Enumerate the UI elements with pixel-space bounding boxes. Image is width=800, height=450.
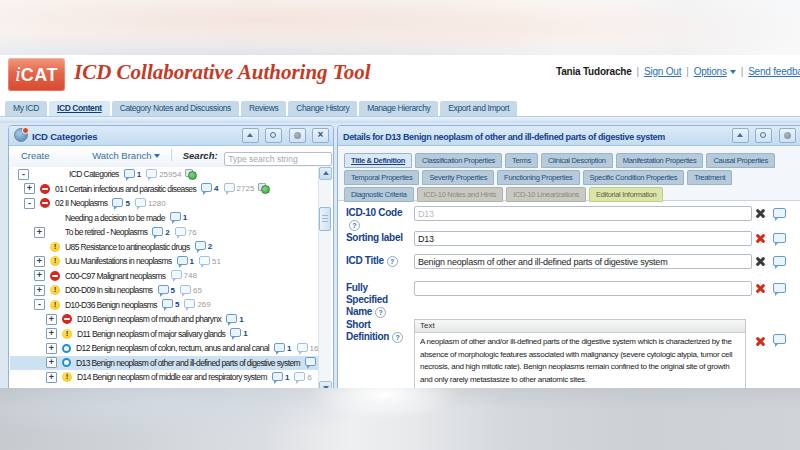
comments-icon[interactable]	[124, 169, 135, 178]
create-button[interactable]: Create	[21, 150, 50, 161]
comments-icon[interactable]	[170, 212, 181, 221]
nav-tab-manage-hierarchy[interactable]: Manage Hierarchy	[359, 101, 438, 116]
tree-item-c00-c97-malignant-neoplasms[interactable]: +C00-C97 Malignant neoplasms748	[10, 269, 331, 284]
comments-icon[interactable]	[274, 343, 285, 352]
comments-total-icon[interactable]	[146, 169, 157, 178]
tree-item-needing-a-decision-to-be-made[interactable]: Needing a decision to be made1	[10, 211, 331, 226]
collapse-icon[interactable]: -	[34, 299, 45, 310]
tree-item-to-be-retired-neoplasms[interactable]: +To be retired - Neoplasms276	[10, 225, 331, 240]
expand-icon[interactable]: +	[46, 372, 57, 383]
tree-item-d00-d09-in-situ-neoplasms[interactable]: +!D00-D09 In situ neoplasms565	[10, 283, 331, 298]
tree-item-icd-categories[interactable]: -ICD Categories125954	[10, 167, 331, 182]
expand-icon[interactable]: +	[46, 328, 57, 339]
details-tab-treatment[interactable]: Treatment	[687, 170, 732, 185]
help-icon[interactable]: ?	[387, 256, 398, 267]
field-comments-icon[interactable]	[773, 208, 786, 218]
comments-total-icon[interactable]	[184, 299, 195, 308]
comments-total-icon[interactable]	[135, 198, 146, 207]
tree-item-02-ii-neoplasms[interactable]: -02 II Neoplasms51280	[10, 196, 331, 211]
tree-item-d11-benign-neoplasm-of-major-salivary-glan[interactable]: +!D11 Benign neoplasm of major salivary …	[10, 327, 331, 342]
comments-total-icon[interactable]	[199, 256, 210, 265]
comments-icon[interactable]	[230, 328, 241, 337]
field-comments-icon[interactable]	[773, 334, 786, 344]
close-panel-button[interactable]	[312, 128, 329, 143]
nav-tab-reviews[interactable]: Reviews	[241, 101, 286, 116]
tree-item-d10-d36-benign-neoplasms[interactable]: -!D10-D36 Benign neoplasms5269	[10, 298, 331, 313]
nav-tab-export-and-import[interactable]: Export and Import	[440, 101, 517, 116]
comments-total-icon[interactable]	[180, 285, 191, 294]
expand-icon[interactable]: +	[34, 227, 45, 238]
scroll-down-button[interactable]	[319, 381, 332, 388]
nav-tab-category-notes-and-discussions[interactable]: Category Notes and Discussions	[112, 101, 239, 116]
comments-icon[interactable]	[272, 372, 283, 381]
search-input[interactable]	[224, 152, 332, 166]
panel-settings-button[interactable]	[289, 128, 306, 143]
delete-value-icon[interactable]	[755, 336, 766, 347]
panel-settings-button[interactable]	[779, 128, 796, 143]
delete-value-icon[interactable]	[755, 256, 766, 267]
expand-icon[interactable]: +	[46, 314, 57, 325]
comments-total-icon[interactable]	[224, 183, 235, 192]
details-tab-diagnostic-criteria[interactable]: Diagnostic Criteria	[344, 187, 414, 202]
nav-tab-icd-content[interactable]: ICD Content	[49, 101, 110, 116]
detach-panel-button[interactable]	[265, 128, 282, 143]
send-feedback-link[interactable]: Send feedback	[748, 66, 800, 77]
comments-icon[interactable]	[158, 285, 169, 294]
tree-scrollbar[interactable]	[318, 167, 331, 388]
field-comments-icon[interactable]	[773, 283, 786, 293]
sign-out-link[interactable]: Sign Out	[644, 66, 681, 77]
help-icon[interactable]: ?	[375, 307, 386, 318]
collapse-icon[interactable]: -	[24, 198, 35, 209]
comments-icon[interactable]	[305, 357, 316, 366]
nav-tab-my-icd[interactable]: My ICD	[5, 101, 47, 116]
collapse-panel-button[interactable]	[732, 128, 749, 143]
detach-panel-button[interactable]	[755, 128, 772, 143]
tree-item-d13-benign-neoplasm-of-other-and-ill-defin[interactable]: +D13 Benign neoplasm of other and ill-de…	[10, 356, 331, 371]
comments-icon[interactable]	[152, 227, 163, 236]
comments-icon[interactable]	[226, 314, 237, 323]
comments-total-icon[interactable]	[171, 270, 182, 279]
comments-icon[interactable]	[162, 299, 173, 308]
collapse-panel-button[interactable]	[242, 128, 259, 143]
tree-item-u85-resistance-to-antineoplastic-drugs[interactable]: !U85 Resistance to antineoplastic drugs2	[10, 240, 331, 255]
short-definition-text[interactable]: A neoplasm of other and/or ill-defined p…	[415, 333, 745, 388]
scroll-up-button[interactable]	[319, 167, 332, 180]
help-icon[interactable]: ?	[349, 220, 360, 231]
comments-total-icon[interactable]	[297, 343, 308, 352]
expand-icon[interactable]: +	[34, 285, 45, 296]
details-tab-icd-10-notes-and-hints[interactable]: ICD-10 Notes and Hints	[417, 187, 504, 202]
icd-10-code-input[interactable]	[414, 206, 752, 221]
nav-tab-change-history[interactable]: Change History	[288, 101, 357, 116]
comments-icon[interactable]	[112, 198, 123, 207]
details-tab-editorial-information[interactable]: Editorial Information	[589, 187, 663, 202]
icd-title-input[interactable]	[414, 254, 752, 269]
expand-icon[interactable]: +	[46, 343, 57, 354]
comments-total-icon[interactable]	[294, 372, 305, 381]
comments-icon[interactable]	[195, 241, 206, 250]
expand-icon[interactable]: +	[34, 270, 45, 281]
comments-icon[interactable]	[177, 256, 188, 265]
tree-item-d10-benign-neoplasm-of-mouth-and-pharynx[interactable]: +D10 Benign neoplasm of mouth and pharyn…	[10, 312, 331, 327]
tree-item-d14-benign-neoplasm-of-middle-ear-and-resp[interactable]: +!D14 Benign neoplasm of middle ear and …	[10, 370, 331, 385]
comments-total-icon[interactable]	[175, 227, 186, 236]
sorting-label-input[interactable]	[414, 231, 752, 246]
tree-item-d12-benign-neoplasm-of-colon-rectum-anus-a[interactable]: +D12 Benign neoplasm of colon, rectum, a…	[10, 341, 331, 356]
expand-icon[interactable]: +	[34, 256, 45, 267]
details-tab-icd-10-linearizations[interactable]: ICD-10 Linearizations	[506, 187, 586, 202]
scrollbar-thumb[interactable]	[319, 207, 331, 231]
field-comments-icon[interactable]	[773, 256, 786, 266]
expand-icon[interactable]: +	[46, 357, 57, 368]
fully-specified-name-input[interactable]	[414, 281, 752, 296]
tree-item-01-i-certain-infectious-and-parasitic-dise[interactable]: +01 I Certain infectious and parasitic d…	[10, 182, 331, 197]
tree-item-uuu-manifestations-in-neoplasms[interactable]: +!Uuu Manifestations in neoplasms151	[10, 254, 331, 269]
delete-value-icon[interactable]	[755, 208, 766, 219]
help-icon[interactable]: ?	[392, 332, 403, 343]
expand-icon[interactable]: +	[24, 183, 35, 194]
field-comments-icon[interactable]	[773, 233, 786, 243]
options-link[interactable]: Options	[694, 66, 736, 77]
collapse-icon[interactable]: -	[18, 169, 29, 180]
comments-icon[interactable]	[201, 183, 212, 192]
delete-value-icon[interactable]	[755, 233, 766, 244]
watch-branch-button[interactable]: Watch Branch	[92, 150, 160, 161]
delete-value-icon[interactable]	[755, 283, 766, 294]
